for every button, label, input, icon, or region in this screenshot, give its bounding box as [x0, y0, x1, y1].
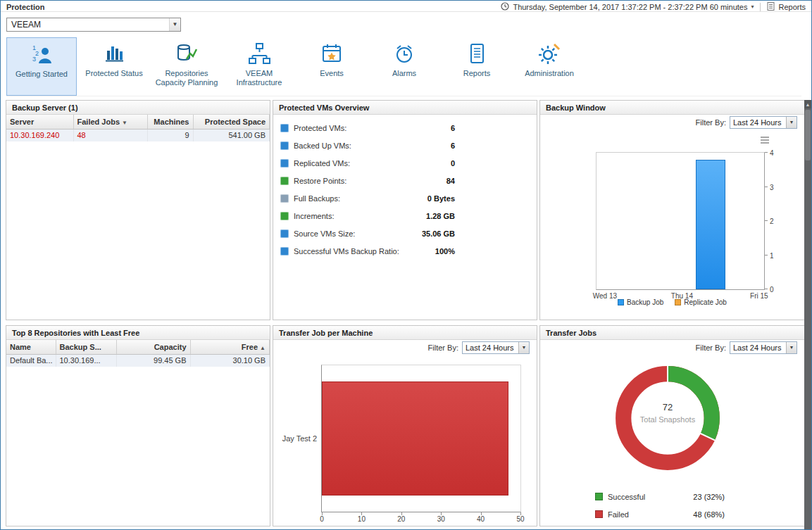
- y-axis-label: 4: [770, 149, 774, 157]
- backup-ratio-icon: [280, 247, 289, 255]
- toolbar-item-repositories-capacity-planning[interactable]: Repositories Capacity Planning: [151, 37, 222, 96]
- y-axis-label: 2: [770, 217, 774, 225]
- stat-row: Protected VMs:6: [280, 119, 455, 137]
- backup-window-plot: 01234Wed 13Thu 14Fri 15: [596, 152, 765, 290]
- getting-started-icon: 123: [29, 42, 54, 67]
- y-axis-tick: [765, 255, 768, 255]
- vertical-scrollbar[interactable]: ▲: [804, 100, 811, 529]
- table-row[interactable]: 10.30.169.240489541.00 GB: [6, 129, 270, 141]
- datetime-chevron-down-icon[interactable]: ▾: [751, 4, 754, 10]
- filter-by-label: Filter By:: [696, 343, 726, 352]
- toolbar-item-label: Protected Status: [79, 69, 149, 78]
- column-label: Free: [242, 343, 258, 351]
- toolbar-item-protected-status[interactable]: Protected Status: [79, 37, 149, 96]
- stat-value: 1.28 GB: [426, 212, 455, 220]
- legend-swatch: [618, 299, 624, 305]
- table-cell: Default Ba...: [6, 354, 56, 367]
- legend-item: Backup Job: [618, 298, 663, 306]
- backup-window-filter-select[interactable]: Last 24 Hours ▼: [730, 116, 797, 129]
- donut-total-value: 72: [611, 402, 725, 412]
- column-header[interactable]: Backup S...: [56, 340, 116, 354]
- toolbar-item-alarms[interactable]: Alarms: [369, 37, 439, 96]
- column-label: Capacity: [154, 343, 187, 351]
- toolbar-item-label: Repositories Capacity Planning: [151, 69, 222, 87]
- y-axis-tick: [765, 220, 768, 221]
- panel-title: Backup Window: [540, 101, 804, 115]
- svg-text:3: 3: [32, 56, 36, 63]
- column-header[interactable]: Failed Jobs▼: [73, 115, 147, 129]
- legend-item: Failed48 (68%): [595, 505, 725, 523]
- source-vms-size-icon: [280, 229, 289, 238]
- chart-bar[interactable]: [322, 381, 508, 496]
- table-header-row: ServerFailed Jobs▼MachinesProtected Spac…: [6, 115, 270, 129]
- chevron-down-icon: ▼: [786, 342, 797, 353]
- y-axis-tick: [765, 187, 768, 187]
- column-header[interactable]: Name: [6, 340, 56, 354]
- column-header[interactable]: Machines: [147, 115, 193, 129]
- backup-server-table: ServerFailed Jobs▼MachinesProtected Spac…: [6, 115, 270, 141]
- x-axis-label: 40: [477, 515, 485, 523]
- table-cell: 30.10 GB: [190, 354, 270, 367]
- scroll-up-arrow-icon[interactable]: ▲: [804, 100, 811, 108]
- stat-value: 6: [451, 124, 455, 132]
- legend-label: Replicate Job: [684, 298, 727, 306]
- filter-value: Last 24 Hours: [730, 343, 786, 352]
- column-header[interactable]: Protected Space: [193, 115, 270, 129]
- clock-icon: [501, 2, 509, 12]
- y-axis-tick: [765, 152, 768, 153]
- chevron-down-icon: ▼: [518, 342, 529, 353]
- replicated-vms-icon: [280, 159, 289, 168]
- stat-row: Backed Up VMs:6: [280, 137, 455, 154]
- toolbar-item-administration[interactable]: Administration: [514, 37, 585, 96]
- transfer-jobs-filter-select[interactable]: Last 24 Hours ▼: [730, 341, 797, 354]
- datetime-range-selector[interactable]: Thursday, September 14, 2017 1:37:22 PM …: [513, 3, 747, 11]
- protected-status-icon: [101, 41, 127, 66]
- toolbar-item-label: Events: [296, 69, 367, 78]
- column-header[interactable]: Server: [6, 115, 73, 129]
- scrollbar-thumb[interactable]: [805, 110, 811, 160]
- stat-label: Successful VMs Backup Ratio:: [294, 247, 399, 255]
- donut-total-label: Total Snapshots: [611, 415, 725, 424]
- chart-options-icon[interactable]: [761, 137, 769, 145]
- panel-title: Transfer Job per Machine: [273, 326, 537, 340]
- stat-label: Protected VMs:: [294, 124, 346, 132]
- column-header[interactable]: Capacity: [116, 340, 190, 354]
- legend-swatch: [595, 510, 603, 518]
- transfer-machine-plot: 01020304050Jay Test 2: [321, 365, 521, 512]
- scope-selector[interactable]: VEEAM ▼: [6, 18, 181, 32]
- administration-icon: [537, 41, 562, 66]
- filter-value: Last 24 Hours: [730, 118, 786, 127]
- toolbar-item-getting-started[interactable]: 123 Getting Started: [6, 37, 77, 96]
- toolbar-item-reports[interactable]: Reports: [442, 37, 512, 96]
- table-cell: 48: [73, 129, 147, 141]
- toolbar-item-veeam-infrastructure[interactable]: VEEAM Infrastructure: [224, 37, 294, 96]
- backup-window-legend: Backup JobReplicate Job: [540, 298, 804, 306]
- toolbar-item-label: Getting Started: [7, 70, 76, 79]
- repositories-capacity-icon: [174, 41, 199, 66]
- table-cell: 10.30.169.240: [6, 129, 73, 141]
- x-axis-label: 30: [437, 515, 445, 523]
- app-window: Protection Thursday, September 14, 2017 …: [0, 0, 812, 530]
- protected-vms-icon: [280, 124, 289, 132]
- table-header-row: NameBackup S...CapacityFree▲: [6, 340, 270, 354]
- toolbar-item-events[interactable]: Events: [296, 37, 367, 96]
- column-label: Failed Jobs: [77, 118, 120, 126]
- filter-value: Last 24 Hours: [463, 343, 518, 352]
- legend-item: Replicate Job: [675, 298, 727, 306]
- panel-top-repositories: Top 8 Repositories with Least Free NameB…: [6, 325, 270, 526]
- column-header[interactable]: Free▲: [190, 340, 270, 354]
- panel-transfer-jobs: Transfer Jobs Filter By: Last 24 Hours ▼…: [539, 325, 805, 526]
- panel-protected-vms-overview: Protected VMs Overview Protected VMs:6Ba…: [273, 100, 537, 320]
- top-repositories-table: NameBackup S...CapacityFree▲ Default Ba.…: [6, 340, 270, 367]
- stat-value: 84: [446, 177, 455, 185]
- y-axis-category-label: Jay Test 2: [282, 434, 317, 443]
- reports-button[interactable]: Reports: [778, 3, 806, 11]
- chart-bar[interactable]: [696, 160, 725, 289]
- table-cell: 9: [147, 129, 193, 141]
- sort-arrow-icon: ▼: [122, 120, 127, 126]
- transfer-machine-filter-select[interactable]: Last 24 Hours ▼: [462, 341, 530, 354]
- stat-row: Source VMs Size:35.06 GB: [280, 225, 455, 242]
- column-label: Machines: [154, 118, 189, 126]
- table-row[interactable]: Default Ba...10.30.169...99.45 GB30.10 G…: [6, 354, 270, 367]
- column-label: Name: [10, 343, 31, 351]
